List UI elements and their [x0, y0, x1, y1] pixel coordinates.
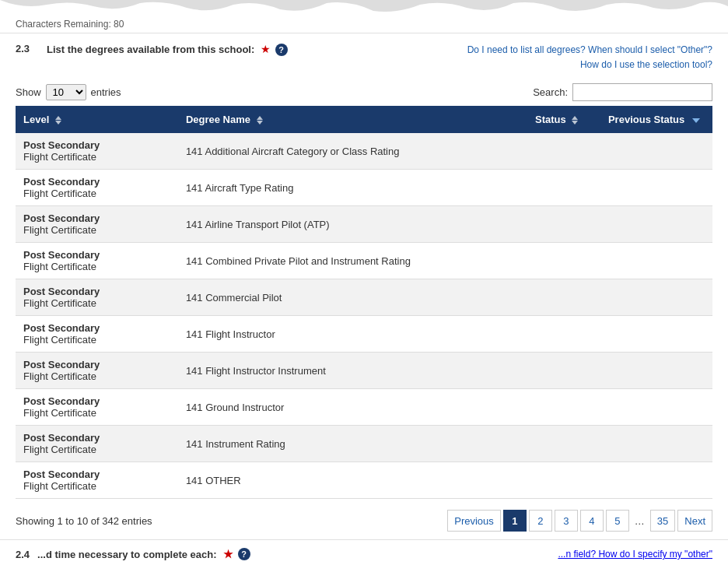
help-links-23: Do I need to list all degrees? When shou…	[448, 43, 712, 72]
cell-degree-name: 141 Airline Transport Pilot (ATP)	[178, 206, 527, 243]
table-row: Post SecondaryFlight Certificate141 OTHE…	[16, 462, 712, 499]
cell-degree-name: 141 Ground Instructor	[178, 389, 527, 426]
cell-degree-name: 141 Additional Aircraft Category or Clas…	[178, 133, 527, 170]
table-container: Level Degree Name St	[0, 106, 728, 499]
table-header-row: Level Degree Name St	[16, 106, 712, 133]
search-label: Search:	[533, 86, 568, 98]
col-header-degree-name[interactable]: Degree Name	[178, 106, 527, 133]
table-row: Post SecondaryFlight Certificate141 Airc…	[16, 170, 712, 206]
cell-status	[527, 389, 600, 426]
pagination-wrapper: Showing 1 to 10 of 342 entries Previous …	[0, 504, 728, 539]
help-link-degrees[interactable]: Do I need to list all degrees? When shou…	[467, 44, 712, 55]
pagination-info: Showing 1 to 10 of 342 entries	[16, 515, 152, 527]
status-sort-icon	[572, 116, 578, 125]
section-24-left: 2.4 ...d time necessary to complete each…	[16, 548, 250, 560]
cell-level: Post SecondaryFlight Certificate	[16, 353, 178, 389]
table-controls: Show 10 25 50 100 entries Search:	[0, 79, 728, 106]
cell-status	[527, 133, 600, 170]
level-sort-icon	[55, 116, 61, 125]
cell-level: Post SecondaryFlight Certificate	[16, 170, 178, 206]
show-entries: Show 10 25 50 100 entries	[16, 84, 121, 100]
table-row: Post SecondaryFlight Certificate141 Grou…	[16, 389, 712, 426]
wavy-top-decoration	[0, 0, 728, 14]
prev-status-sort-icon	[692, 118, 700, 123]
show-label: Show	[16, 86, 41, 98]
section-23-label: List the degrees available from this sch…	[47, 44, 254, 55]
entries-label: entries	[91, 86, 121, 98]
cell-degree-name: 141 Flight Instructor Instrument	[178, 353, 527, 389]
characters-remaining-text: Characters Remaining: 80	[16, 19, 124, 30]
table-row: Post SecondaryFlight Certificate141 Flig…	[16, 353, 712, 389]
previous-page-button[interactable]: Previous	[447, 510, 501, 532]
cell-previous-status	[600, 243, 712, 279]
cell-previous-status	[600, 426, 712, 462]
page-3-button[interactable]: 3	[555, 510, 578, 532]
table-row: Post SecondaryFlight Certificate141 Inst…	[16, 426, 712, 462]
cell-degree-name: 141 Instrument Rating	[178, 426, 527, 462]
degree-sort-icon	[257, 116, 263, 125]
cell-status	[527, 243, 600, 279]
cell-degree-name: 141 Flight Instructor	[178, 316, 527, 353]
entries-per-page-select[interactable]: 10 25 50 100	[46, 84, 86, 100]
col-header-level[interactable]: Level	[16, 106, 178, 133]
required-star-24: ★	[223, 548, 233, 560]
cell-status	[527, 170, 600, 206]
page-4-button[interactable]: 4	[580, 510, 604, 532]
section-24-bar: 2.4 ...d time necessary to complete each…	[0, 539, 728, 565]
section-24-number: 2.4	[16, 549, 30, 560]
section-24-help-link: ...n field? How do I specify my "other"	[558, 549, 712, 560]
cell-status	[527, 353, 600, 389]
cell-level: Post SecondaryFlight Certificate	[16, 279, 178, 316]
cell-level: Post SecondaryFlight Certificate	[16, 133, 178, 170]
page-1-button[interactable]: 1	[503, 510, 527, 532]
help-icon-24[interactable]: ?	[238, 548, 250, 560]
cell-previous-status	[600, 353, 712, 389]
cell-previous-status	[600, 133, 712, 170]
page-wrapper: Characters Remaining: 80 2.3 List the de…	[0, 0, 728, 565]
cell-status	[527, 206, 600, 243]
table-row: Post SecondaryFlight Certificate141 Addi…	[16, 133, 712, 170]
cell-previous-status	[600, 389, 712, 426]
table-row: Post SecondaryFlight Certificate141 Comm…	[16, 279, 712, 316]
search-input[interactable]	[572, 83, 712, 101]
cell-degree-name: 141 Combined Private Pilot and Instrumen…	[178, 243, 527, 279]
table-row: Post SecondaryFlight Certificate141 Airl…	[16, 206, 712, 243]
search-box: Search:	[533, 83, 712, 101]
cell-degree-name: 141 OTHER	[178, 462, 527, 499]
cell-status	[527, 426, 600, 462]
cell-level: Post SecondaryFlight Certificate	[16, 389, 178, 426]
cell-status	[527, 279, 600, 316]
characters-remaining-bar: Characters Remaining: 80	[0, 14, 728, 33]
cell-degree-name: 141 Aircraft Type Rating	[178, 170, 527, 206]
section-23-header: 2.3 List the degrees available from this…	[0, 33, 728, 79]
col-header-previous-status[interactable]: Previous Status	[600, 106, 712, 133]
table-row: Post SecondaryFlight Certificate141 Flig…	[16, 316, 712, 353]
cell-level: Post SecondaryFlight Certificate	[16, 462, 178, 499]
help-icon-23[interactable]: ?	[275, 44, 288, 56]
cell-status	[527, 316, 600, 353]
cell-previous-status	[600, 279, 712, 316]
page-2-button[interactable]: 2	[529, 510, 552, 532]
page-5-button[interactable]: 5	[606, 510, 629, 532]
pagination-ellipsis: …	[632, 515, 648, 527]
table-row: Post SecondaryFlight Certificate141 Comb…	[16, 243, 712, 279]
page-35-button[interactable]: 35	[650, 510, 675, 532]
cell-previous-status	[600, 170, 712, 206]
section-23-number: 2.3	[16, 43, 39, 54]
cell-previous-status	[600, 206, 712, 243]
section-24-help-anchor[interactable]: ...n field? How do I specify my "other"	[558, 549, 712, 560]
next-page-button[interactable]: Next	[677, 510, 712, 532]
help-link-selection-tool[interactable]: How do I use the selection tool?	[580, 59, 712, 70]
cell-level: Post SecondaryFlight Certificate	[16, 316, 178, 353]
col-header-status[interactable]: Status	[527, 106, 600, 133]
cell-status	[527, 462, 600, 499]
required-star: ★	[261, 43, 271, 55]
degrees-table: Level Degree Name St	[16, 106, 712, 499]
cell-previous-status	[600, 462, 712, 499]
cell-previous-status	[600, 316, 712, 353]
pagination-controls: Previous 1 2 3 4 5 … 35 Next	[447, 510, 712, 532]
cell-degree-name: 141 Commercial Pilot	[178, 279, 527, 316]
cell-level: Post SecondaryFlight Certificate	[16, 426, 178, 462]
section-24-label: ...d time necessary to complete each:	[37, 549, 216, 560]
cell-level: Post SecondaryFlight Certificate	[16, 243, 178, 279]
